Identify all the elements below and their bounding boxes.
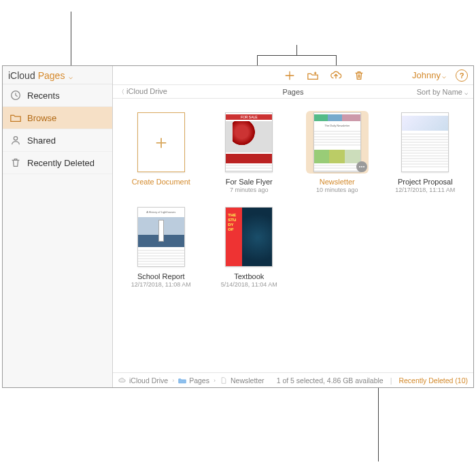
more-options-button[interactable] (356, 161, 367, 172)
sidebar: iCloud Pages ⌵ Recents Browse (3, 66, 113, 387)
toolbar: Johnny⌵ ? (113, 66, 473, 85)
sidebar-item-recently-deleted[interactable]: Recently Deleted (3, 152, 112, 174)
sidebar-item-shared[interactable]: Shared (3, 129, 112, 152)
document-tile[interactable]: Project Proposal 12/17/2018, 11:11 AM (388, 111, 463, 193)
document-tile[interactable]: FOR SALE For Sale Flyer 7 minutes ago (212, 111, 287, 193)
chevron-right-icon: › (172, 377, 174, 384)
svg-point-3 (361, 166, 362, 167)
document-title: Textbook (234, 272, 264, 280)
document-icon (220, 377, 228, 384)
chevron-down-icon: ⌵ (442, 72, 446, 80)
chevron-down-icon: ⌵ (464, 89, 468, 96)
user-menu[interactable]: Johnny⌵ (412, 70, 446, 80)
create-document-tile[interactable]: ＋ Create Document (124, 111, 199, 193)
clock-icon (10, 89, 22, 101)
shared-icon (10, 134, 22, 146)
chevron-left-icon: 〈 (118, 88, 124, 95)
trash-icon (10, 157, 22, 169)
document-thumbnail: FOR SALE (225, 112, 273, 172)
sort-label: Sort by Name (417, 88, 462, 96)
sidebar-item-label: Recently Deleted (27, 158, 95, 168)
app-window: iCloud Pages ⌵ Recents Browse (2, 65, 474, 388)
recently-deleted-link[interactable]: Recently Deleted (10) (398, 376, 468, 385)
breadcrumb-segment[interactable]: Pages (189, 376, 209, 385)
breadcrumb-segment[interactable]: iCloud Drive (129, 376, 168, 385)
document-subtitle: 5/14/2018, 11:04 AM (221, 281, 277, 288)
document-tile[interactable]: A History of Lighthouses School Report 1… (124, 206, 199, 288)
selection-status: 1 of 5 selected, 4.86 GB available (277, 376, 384, 385)
document-title: School Report (137, 272, 185, 280)
sidebar-title-prefix: iCloud (8, 70, 35, 81)
document-thumbnail: THESTUDYOF (225, 207, 273, 267)
svg-point-4 (363, 166, 364, 167)
svg-point-2 (359, 166, 360, 167)
help-button[interactable]: ? (456, 69, 468, 82)
sidebar-item-label: Browse (27, 113, 56, 123)
user-name-label: Johnny (412, 70, 441, 80)
location-title: Pages (282, 88, 303, 96)
document-title: Project Proposal (398, 178, 453, 186)
sidebar-title-app: Pages (38, 70, 65, 81)
new-folder-button[interactable] (306, 69, 320, 82)
add-button[interactable] (283, 69, 296, 82)
document-tile[interactable]: THESTUDYOF Textbook 5/14/2018, 11:04 AM (212, 206, 287, 288)
status-bar: iCloud Drive › Pages › Newsletter 1 of 5… (113, 372, 473, 387)
document-title: For Sale Flyer (226, 178, 273, 186)
document-thumbnail: The Daily Newsletter (313, 112, 361, 172)
sidebar-item-recents[interactable]: Recents (3, 84, 112, 107)
svg-point-1 (14, 137, 17, 140)
folder-icon (178, 377, 186, 384)
plus-icon: ＋ (152, 129, 171, 155)
callout-line (296, 45, 297, 55)
callout-line (257, 55, 336, 56)
document-subtitle: 12/17/2018, 11:08 AM (131, 281, 191, 288)
sidebar-item-browse[interactable]: Browse (3, 107, 112, 129)
breadcrumb-segment[interactable]: Newsletter (231, 376, 265, 385)
upload-button[interactable] (329, 69, 343, 82)
document-tile[interactable]: The Daily Newsletter Newsletter 10 minut… (300, 111, 375, 193)
sidebar-app-switcher[interactable]: iCloud Pages ⌵ (3, 66, 112, 84)
document-thumbnail (401, 112, 449, 172)
delete-button[interactable] (352, 69, 366, 82)
document-subtitle: 10 minutes ago (316, 186, 358, 193)
cloud-icon (118, 377, 126, 384)
sort-menu[interactable]: Sort by Name ⌵ (417, 88, 468, 96)
document-subtitle: 12/17/2018, 11:11 AM (395, 186, 455, 193)
document-thumbnail: A History of Lighthouses (137, 207, 185, 267)
sidebar-item-label: Recents (27, 91, 60, 101)
folder-icon (10, 112, 22, 124)
document-grid: ＋ Create Document FOR SALE For Sale Flye… (113, 99, 473, 372)
document-title: Create Document (132, 178, 190, 186)
location-bar: 〈 iCloud Drive Pages Sort by Name ⌵ (113, 85, 473, 99)
chevron-down-icon: ⌵ (69, 73, 73, 80)
document-title: Newsletter (320, 178, 355, 186)
back-label: iCloud Drive (126, 87, 167, 95)
sidebar-item-label: Shared (27, 135, 56, 146)
chevron-right-icon: › (214, 377, 216, 384)
back-breadcrumb[interactable]: 〈 iCloud Drive (118, 87, 167, 97)
main-area: Johnny⌵ ? 〈 iCloud Drive Pages Sort by N… (113, 66, 473, 387)
document-subtitle: 7 minutes ago (230, 186, 269, 193)
